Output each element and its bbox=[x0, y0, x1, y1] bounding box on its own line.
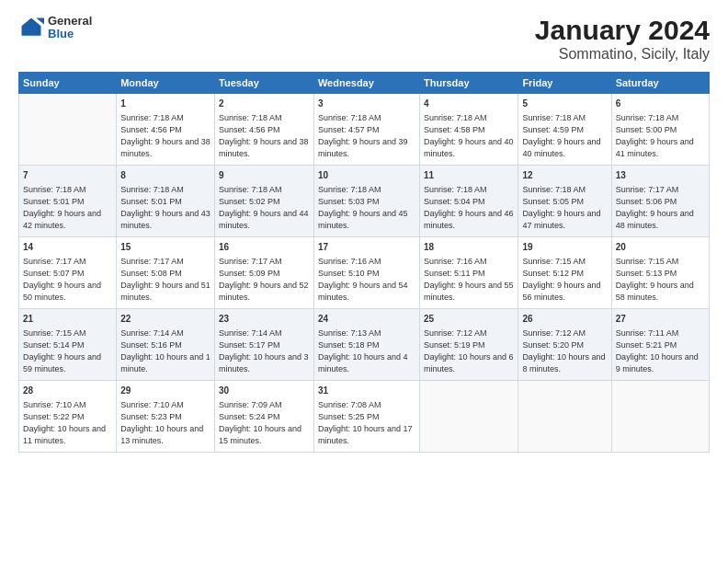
day-cell: 31Sunrise: 7:08 AMSunset: 5:25 PMDayligh… bbox=[313, 381, 419, 453]
day-number: 11 bbox=[424, 169, 514, 183]
sunrise-text: Sunrise: 7:17 AM bbox=[219, 257, 282, 266]
day-number: 23 bbox=[219, 313, 310, 327]
logo-text: General Blue bbox=[48, 15, 92, 41]
sunset-text: Sunset: 5:04 PM bbox=[424, 197, 485, 206]
sunrise-text: Sunrise: 7:17 AM bbox=[120, 257, 184, 266]
sunrise-text: Sunrise: 7:14 AM bbox=[120, 328, 184, 338]
daylight-text: Daylight: 9 hours and 55 minutes. bbox=[424, 281, 514, 302]
day-number: 27 bbox=[616, 313, 705, 327]
day-cell: 5Sunrise: 7:18 AMSunset: 4:59 PMDaylight… bbox=[518, 94, 611, 166]
daylight-text: Daylight: 9 hours and 47 minutes. bbox=[522, 209, 600, 230]
sunrise-text: Sunrise: 7:16 AM bbox=[318, 257, 381, 266]
day-number: 22 bbox=[120, 313, 210, 327]
daylight-text: Daylight: 10 hours and 8 minutes. bbox=[522, 352, 605, 373]
day-number: 1 bbox=[120, 98, 210, 111]
daylight-text: Daylight: 10 hours and 4 minutes. bbox=[318, 352, 408, 373]
page: General Blue January 2024 Sommatino, Sic… bbox=[0, 0, 728, 563]
calendar-subtitle: Sommatino, Sicily, Italy bbox=[535, 46, 710, 63]
sunrise-text: Sunrise: 7:16 AM bbox=[424, 257, 487, 266]
sunset-text: Sunset: 5:18 PM bbox=[318, 340, 380, 350]
day-cell: 18Sunrise: 7:16 AMSunset: 5:11 PMDayligh… bbox=[420, 237, 518, 309]
day-cell: 22Sunrise: 7:14 AMSunset: 5:16 PMDayligh… bbox=[117, 309, 215, 381]
sunrise-text: Sunrise: 7:10 AM bbox=[23, 400, 86, 409]
day-number: 10 bbox=[318, 169, 415, 183]
daylight-text: Daylight: 9 hours and 41 minutes. bbox=[616, 137, 694, 158]
sunrise-text: Sunrise: 7:18 AM bbox=[616, 113, 679, 122]
week-row-4: 21Sunrise: 7:15 AMSunset: 5:14 PMDayligh… bbox=[19, 309, 710, 381]
sunrise-text: Sunrise: 7:10 AM bbox=[120, 400, 184, 409]
logo-icon bbox=[18, 15, 44, 40]
title-area: January 2024 Sommatino, Sicily, Italy bbox=[535, 15, 710, 63]
sunset-text: Sunset: 5:08 PM bbox=[120, 269, 182, 278]
day-number: 29 bbox=[120, 385, 210, 398]
sunset-text: Sunset: 5:24 PM bbox=[219, 412, 280, 421]
day-number: 28 bbox=[23, 385, 112, 398]
sunset-text: Sunset: 5:19 PM bbox=[424, 340, 485, 350]
day-number: 5 bbox=[522, 98, 607, 111]
day-number: 20 bbox=[616, 241, 705, 255]
week-row-1: 1Sunrise: 7:18 AMSunset: 4:56 PMDaylight… bbox=[19, 94, 710, 166]
col-monday: Monday bbox=[117, 73, 215, 94]
day-cell: 15Sunrise: 7:17 AMSunset: 5:08 PMDayligh… bbox=[117, 237, 215, 309]
day-cell: 23Sunrise: 7:14 AMSunset: 5:17 PMDayligh… bbox=[215, 309, 314, 381]
day-number: 8 bbox=[120, 169, 210, 183]
sunrise-text: Sunrise: 7:18 AM bbox=[522, 113, 586, 122]
logo-general: General bbox=[48, 15, 92, 28]
daylight-text: Daylight: 9 hours and 56 minutes. bbox=[522, 281, 600, 302]
day-cell bbox=[611, 381, 709, 453]
day-cell: 16Sunrise: 7:17 AMSunset: 5:09 PMDayligh… bbox=[215, 237, 314, 309]
day-number: 2 bbox=[219, 98, 310, 111]
daylight-text: Daylight: 10 hours and 1 minute. bbox=[120, 352, 210, 373]
daylight-text: Daylight: 9 hours and 44 minutes. bbox=[219, 209, 309, 230]
sunrise-text: Sunrise: 7:18 AM bbox=[318, 113, 381, 122]
daylight-text: Daylight: 10 hours and 11 minutes. bbox=[23, 424, 106, 445]
sunrise-text: Sunrise: 7:15 AM bbox=[522, 257, 586, 266]
day-cell: 2Sunrise: 7:18 AMSunset: 4:56 PMDaylight… bbox=[215, 94, 314, 166]
daylight-text: Daylight: 9 hours and 40 minutes. bbox=[424, 137, 514, 158]
sunrise-text: Sunrise: 7:18 AM bbox=[424, 113, 487, 122]
day-number: 18 bbox=[424, 241, 514, 255]
sunset-text: Sunset: 5:13 PM bbox=[616, 269, 677, 278]
col-saturday: Saturday bbox=[611, 73, 709, 94]
sunrise-text: Sunrise: 7:18 AM bbox=[219, 185, 282, 194]
sunset-text: Sunset: 4:56 PM bbox=[219, 125, 280, 134]
header: General Blue January 2024 Sommatino, Sic… bbox=[18, 15, 710, 63]
col-thursday: Thursday bbox=[420, 73, 518, 94]
sunset-text: Sunset: 4:59 PM bbox=[522, 125, 584, 134]
sunrise-text: Sunrise: 7:18 AM bbox=[23, 185, 86, 194]
day-number: 13 bbox=[616, 169, 705, 183]
sunset-text: Sunset: 5:23 PM bbox=[120, 412, 182, 421]
daylight-text: Daylight: 9 hours and 45 minutes. bbox=[318, 209, 408, 230]
day-cell: 11Sunrise: 7:18 AMSunset: 5:04 PMDayligh… bbox=[420, 166, 518, 237]
day-number: 12 bbox=[522, 169, 607, 183]
day-cell: 19Sunrise: 7:15 AMSunset: 5:12 PMDayligh… bbox=[518, 237, 611, 309]
day-cell: 17Sunrise: 7:16 AMSunset: 5:10 PMDayligh… bbox=[313, 237, 419, 309]
sunrise-text: Sunrise: 7:11 AM bbox=[616, 328, 679, 338]
daylight-text: Daylight: 9 hours and 39 minutes. bbox=[318, 137, 408, 158]
daylight-text: Daylight: 9 hours and 52 minutes. bbox=[219, 281, 309, 302]
day-number: 4 bbox=[424, 98, 514, 111]
sunset-text: Sunset: 5:14 PM bbox=[23, 340, 85, 350]
sunset-text: Sunset: 4:58 PM bbox=[424, 125, 485, 134]
day-number: 19 bbox=[522, 241, 607, 255]
daylight-text: Daylight: 9 hours and 48 minutes. bbox=[616, 209, 694, 230]
sunrise-text: Sunrise: 7:12 AM bbox=[424, 328, 487, 338]
day-cell: 26Sunrise: 7:12 AMSunset: 5:20 PMDayligh… bbox=[518, 309, 611, 381]
day-number: 25 bbox=[424, 313, 514, 327]
day-cell: 25Sunrise: 7:12 AMSunset: 5:19 PMDayligh… bbox=[420, 309, 518, 381]
sunset-text: Sunset: 5:07 PM bbox=[23, 269, 85, 278]
logo-blue: Blue bbox=[48, 28, 92, 40]
sunrise-text: Sunrise: 7:15 AM bbox=[23, 328, 86, 338]
day-number: 31 bbox=[318, 385, 415, 398]
day-cell: 24Sunrise: 7:13 AMSunset: 5:18 PMDayligh… bbox=[313, 309, 419, 381]
day-cell: 4Sunrise: 7:18 AMSunset: 4:58 PMDaylight… bbox=[420, 94, 518, 166]
daylight-text: Daylight: 9 hours and 54 minutes. bbox=[318, 281, 408, 302]
sunrise-text: Sunrise: 7:18 AM bbox=[318, 185, 381, 194]
day-cell: 13Sunrise: 7:17 AMSunset: 5:06 PMDayligh… bbox=[611, 166, 709, 237]
daylight-text: Daylight: 10 hours and 6 minutes. bbox=[424, 352, 514, 373]
svg-marker-0 bbox=[22, 18, 41, 36]
day-cell: 28Sunrise: 7:10 AMSunset: 5:22 PMDayligh… bbox=[19, 381, 117, 453]
sunset-text: Sunset: 5:01 PM bbox=[23, 197, 85, 206]
day-cell: 1Sunrise: 7:18 AMSunset: 4:56 PMDaylight… bbox=[117, 94, 215, 166]
day-cell: 12Sunrise: 7:18 AMSunset: 5:05 PMDayligh… bbox=[518, 166, 611, 237]
